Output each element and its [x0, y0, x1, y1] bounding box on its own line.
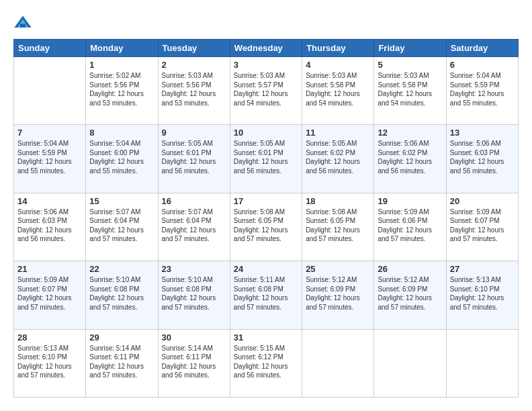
cell-text: Sunrise: 5:14 AMSunset: 6:11 PMDaylight:…	[89, 345, 144, 379]
day-number: 7	[17, 128, 82, 138]
week-row-4: 21Sunrise: 5:09 AMSunset: 6:07 PMDayligh…	[14, 261, 519, 329]
cell-text: Sunrise: 5:09 AMSunset: 6:07 PMDaylight:…	[450, 208, 504, 243]
week-row-1: 1Sunrise: 5:02 AMSunset: 5:56 PMDaylight…	[14, 57, 519, 125]
calendar-cell: 30Sunrise: 5:14 AMSunset: 6:11 PMDayligh…	[158, 329, 230, 397]
calendar-cell: 4Sunrise: 5:03 AMSunset: 5:58 PMDaylight…	[302, 57, 374, 125]
day-header-thursday: Thursday	[302, 40, 374, 57]
calendar-cell: 1Sunrise: 5:02 AMSunset: 5:56 PMDaylight…	[86, 57, 158, 125]
cell-text: Sunrise: 5:02 AMSunset: 5:56 PMDaylight:…	[89, 72, 144, 107]
cell-text: Sunrise: 5:07 AMSunset: 6:04 PMDaylight:…	[162, 208, 216, 243]
cell-text: Sunrise: 5:10 AMSunset: 6:08 PMDaylight:…	[162, 276, 216, 311]
calendar-cell: 24Sunrise: 5:11 AMSunset: 6:08 PMDayligh…	[230, 261, 302, 329]
calendar: SundayMondayTuesdayWednesdayThursdayFrid…	[13, 39, 519, 398]
header	[13, 13, 519, 32]
day-number: 11	[306, 128, 370, 138]
day-number: 6	[450, 60, 515, 70]
calendar-cell: 31Sunrise: 5:15 AMSunset: 6:12 PMDayligh…	[230, 329, 302, 397]
calendar-cell: 10Sunrise: 5:05 AMSunset: 6:01 PMDayligh…	[230, 125, 302, 193]
calendar-cell	[302, 329, 374, 397]
logo	[13, 13, 34, 32]
cell-text: Sunrise: 5:06 AMSunset: 6:02 PMDaylight:…	[378, 140, 432, 175]
day-number: 29	[89, 332, 154, 342]
cell-text: Sunrise: 5:03 AMSunset: 5:58 PMDaylight:…	[306, 72, 360, 107]
days-header-row: SundayMondayTuesdayWednesdayThursdayFrid…	[14, 40, 519, 57]
day-header-wednesday: Wednesday	[230, 40, 302, 57]
cell-text: Sunrise: 5:06 AMSunset: 6:03 PMDaylight:…	[17, 208, 72, 243]
day-header-monday: Monday	[86, 40, 158, 57]
calendar-cell	[446, 329, 518, 397]
calendar-cell: 25Sunrise: 5:12 AMSunset: 6:09 PMDayligh…	[302, 261, 374, 329]
calendar-cell: 22Sunrise: 5:10 AMSunset: 6:08 PMDayligh…	[86, 261, 158, 329]
day-header-sunday: Sunday	[14, 40, 86, 57]
calendar-cell: 27Sunrise: 5:13 AMSunset: 6:10 PMDayligh…	[446, 261, 518, 329]
cell-text: Sunrise: 5:08 AMSunset: 6:05 PMDaylight:…	[234, 208, 288, 243]
calendar-cell: 19Sunrise: 5:09 AMSunset: 6:06 PMDayligh…	[374, 193, 446, 261]
calendar-cell: 20Sunrise: 5:09 AMSunset: 6:07 PMDayligh…	[446, 193, 518, 261]
calendar-cell: 5Sunrise: 5:03 AMSunset: 5:58 PMDaylight…	[374, 57, 446, 125]
cell-text: Sunrise: 5:07 AMSunset: 6:04 PMDaylight:…	[89, 208, 144, 243]
day-number: 28	[17, 332, 82, 342]
cell-text: Sunrise: 5:13 AMSunset: 6:10 PMDaylight:…	[450, 276, 504, 311]
day-number: 1	[89, 60, 154, 70]
week-row-2: 7Sunrise: 5:04 AMSunset: 5:59 PMDaylight…	[14, 125, 519, 193]
cell-text: Sunrise: 5:05 AMSunset: 6:01 PMDaylight:…	[162, 140, 216, 175]
calendar-cell: 8Sunrise: 5:04 AMSunset: 6:00 PMDaylight…	[86, 125, 158, 193]
day-number: 5	[378, 60, 442, 70]
cell-text: Sunrise: 5:03 AMSunset: 5:57 PMDaylight:…	[234, 72, 288, 107]
day-number: 9	[162, 128, 226, 138]
day-number: 16	[162, 196, 226, 206]
calendar-cell: 7Sunrise: 5:04 AMSunset: 5:59 PMDaylight…	[14, 125, 86, 193]
day-number: 15	[89, 196, 154, 206]
calendar-cell: 9Sunrise: 5:05 AMSunset: 6:01 PMDaylight…	[158, 125, 230, 193]
cell-text: Sunrise: 5:15 AMSunset: 6:12 PMDaylight:…	[234, 345, 288, 379]
calendar-cell: 13Sunrise: 5:06 AMSunset: 6:03 PMDayligh…	[446, 125, 518, 193]
cell-text: Sunrise: 5:03 AMSunset: 5:58 PMDaylight:…	[378, 72, 432, 107]
calendar-cell: 21Sunrise: 5:09 AMSunset: 6:07 PMDayligh…	[14, 261, 86, 329]
cell-text: Sunrise: 5:13 AMSunset: 6:10 PMDaylight:…	[17, 345, 72, 379]
calendar-cell: 26Sunrise: 5:12 AMSunset: 6:09 PMDayligh…	[374, 261, 446, 329]
day-number: 13	[450, 128, 515, 138]
day-header-saturday: Saturday	[446, 40, 518, 57]
cell-text: Sunrise: 5:12 AMSunset: 6:09 PMDaylight:…	[378, 276, 432, 311]
svg-rect-2	[20, 24, 26, 28]
cell-text: Sunrise: 5:09 AMSunset: 6:07 PMDaylight:…	[17, 276, 72, 311]
calendar-cell: 23Sunrise: 5:10 AMSunset: 6:08 PMDayligh…	[158, 261, 230, 329]
week-row-5: 28Sunrise: 5:13 AMSunset: 6:10 PMDayligh…	[14, 329, 519, 397]
cell-text: Sunrise: 5:03 AMSunset: 5:56 PMDaylight:…	[162, 72, 216, 107]
calendar-cell: 28Sunrise: 5:13 AMSunset: 6:10 PMDayligh…	[14, 329, 86, 397]
cell-text: Sunrise: 5:04 AMSunset: 6:00 PMDaylight:…	[89, 140, 144, 175]
day-header-friday: Friday	[374, 40, 446, 57]
day-number: 25	[306, 264, 370, 274]
cell-text: Sunrise: 5:04 AMSunset: 5:59 PMDaylight:…	[450, 72, 504, 107]
cell-text: Sunrise: 5:06 AMSunset: 6:03 PMDaylight:…	[450, 140, 504, 175]
calendar-cell: 11Sunrise: 5:05 AMSunset: 6:02 PMDayligh…	[302, 125, 374, 193]
cell-text: Sunrise: 5:05 AMSunset: 6:02 PMDaylight:…	[306, 140, 360, 175]
calendar-cell: 29Sunrise: 5:14 AMSunset: 6:11 PMDayligh…	[86, 329, 158, 397]
day-number: 4	[306, 60, 370, 70]
day-number: 8	[89, 128, 154, 138]
day-number: 12	[378, 128, 442, 138]
day-number: 2	[162, 60, 226, 70]
day-number: 19	[378, 196, 442, 206]
calendar-cell: 15Sunrise: 5:07 AMSunset: 6:04 PMDayligh…	[86, 193, 158, 261]
day-number: 31	[234, 332, 298, 342]
day-number: 21	[17, 264, 82, 274]
calendar-cell: 16Sunrise: 5:07 AMSunset: 6:04 PMDayligh…	[158, 193, 230, 261]
cell-text: Sunrise: 5:14 AMSunset: 6:11 PMDaylight:…	[162, 345, 216, 379]
calendar-cell	[14, 57, 86, 125]
page: SundayMondayTuesdayWednesdayThursdayFrid…	[0, 0, 532, 411]
day-number: 14	[17, 196, 82, 206]
day-number: 26	[378, 264, 442, 274]
week-row-3: 14Sunrise: 5:06 AMSunset: 6:03 PMDayligh…	[14, 193, 519, 261]
calendar-cell	[374, 329, 446, 397]
day-number: 18	[306, 196, 370, 206]
day-number: 27	[450, 264, 515, 274]
day-number: 24	[234, 264, 298, 274]
cell-text: Sunrise: 5:10 AMSunset: 6:08 PMDaylight:…	[89, 276, 144, 311]
cell-text: Sunrise: 5:12 AMSunset: 6:09 PMDaylight:…	[306, 276, 360, 311]
day-number: 3	[234, 60, 298, 70]
calendar-cell: 17Sunrise: 5:08 AMSunset: 6:05 PMDayligh…	[230, 193, 302, 261]
day-header-tuesday: Tuesday	[158, 40, 230, 57]
calendar-cell: 18Sunrise: 5:08 AMSunset: 6:05 PMDayligh…	[302, 193, 374, 261]
day-number: 23	[162, 264, 226, 274]
